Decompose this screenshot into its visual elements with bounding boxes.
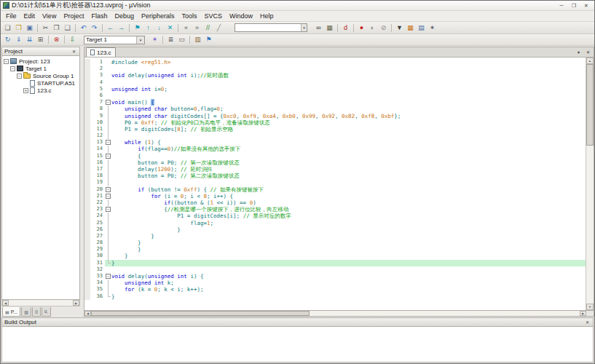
breakpoint-margin[interactable] (84, 280, 90, 286)
bookmark-prev-icon[interactable]: ↑ (143, 23, 154, 33)
editor-hscrollbar[interactable]: ◀ ▶ (84, 310, 594, 317)
breakpoint-margin[interactable] (84, 233, 90, 240)
find-combo-input[interactable] (235, 24, 301, 31)
code-text[interactable] (111, 132, 586, 139)
breakpoint-margin[interactable] (84, 86, 90, 92)
cut-icon[interactable]: ✂ (40, 23, 51, 33)
code-text[interactable] (111, 179, 586, 186)
code-text[interactable]: if (button != 0xff) { // 如果有按键被按下 (111, 186, 586, 193)
breakpoint-margin[interactable] (84, 213, 90, 219)
menu-item-tools[interactable]: Tools (178, 11, 200, 21)
panel-tab-1[interactable]: ▥ (21, 307, 31, 317)
indent-right-icon[interactable]: » (192, 23, 202, 33)
breakpoint-margin[interactable] (84, 220, 90, 226)
menu-item-peripherals[interactable]: Peripherals (138, 11, 178, 21)
fold-toggle-icon[interactable]: − (106, 194, 111, 199)
tree-expander-icon[interactable]: + (23, 88, 28, 93)
breakpoint-margin[interactable] (84, 186, 90, 193)
fold-toggle-icon[interactable]: − (106, 187, 111, 192)
manage-books-icon[interactable]: ▥ (192, 35, 203, 44)
new-file-icon[interactable]: ❏ (2, 23, 13, 33)
code-text[interactable] (111, 66, 586, 72)
breakpoint-margin[interactable] (84, 179, 90, 186)
code-text[interactable]: unsigned int i=0; (111, 86, 586, 92)
close-icon[interactable]: ✕ (71, 49, 77, 54)
watch-window-icon[interactable]: ▤ (416, 23, 427, 33)
tree-item[interactable]: −Source Group 1 (2, 72, 79, 79)
breakpoint-margin[interactable] (84, 139, 90, 146)
memory-window-icon[interactable]: ▦ (405, 23, 416, 33)
fold-toggle-icon[interactable]: − (106, 140, 111, 145)
debug-icon[interactable]: d (340, 23, 351, 33)
breakpoint-margin[interactable] (84, 66, 90, 72)
find-icon[interactable]: ∞ (313, 23, 324, 33)
code-text[interactable]: } (111, 233, 586, 240)
code-text[interactable]: #include <reg51.h> (111, 59, 586, 66)
chevron-down-icon[interactable]: ▾ (301, 24, 307, 31)
target-environment-icon[interactable]: ▭ (176, 35, 187, 44)
indent-left-icon[interactable]: « (181, 23, 192, 33)
vscroll-track[interactable] (586, 146, 594, 304)
code-text[interactable]: unsigned char button=0,flag=0; (111, 106, 586, 112)
breakpoint-margin[interactable] (84, 286, 90, 293)
breakpoint-margin[interactable] (84, 240, 90, 246)
translate-file-icon[interactable]: ↻ (2, 35, 13, 44)
vscroll-thumb[interactable] (586, 64, 594, 146)
options-target-icon[interactable]: ✶ (149, 35, 160, 44)
breakpoint-margin[interactable] (84, 113, 90, 119)
breakpoint-margin[interactable] (84, 153, 90, 159)
breakpoint-margin[interactable] (84, 226, 90, 233)
comment-icon[interactable]: // (202, 23, 213, 33)
code-text[interactable]: } (111, 240, 586, 246)
panel-tab-3[interactable]: 0, (42, 307, 51, 317)
code-lines[interactable]: 1#include <reg51.h>23void delay(unsigned… (84, 58, 586, 310)
breakpoint-margin[interactable] (84, 79, 90, 86)
scroll-down-icon[interactable]: ▼ (586, 304, 594, 310)
breakpoint-margin[interactable] (84, 126, 90, 132)
bookmark-clear-icon[interactable]: ✕ (165, 23, 176, 33)
code-text[interactable]: while (1) { (111, 139, 586, 146)
breakpoint-margin[interactable] (84, 92, 90, 99)
breakpoint-icon[interactable]: ● (356, 23, 367, 33)
target-select[interactable]: Target 1 ▾ (84, 36, 145, 44)
nav-forward-icon[interactable]: → (116, 23, 127, 33)
breakpoint-margin[interactable] (84, 106, 90, 112)
build-icon[interactable]: ⇓ (13, 35, 24, 44)
menu-item-file[interactable]: File (2, 11, 20, 21)
copy-icon[interactable]: ❐ (51, 23, 62, 33)
menu-item-view[interactable]: View (39, 11, 60, 21)
breakpoint-margin[interactable] (84, 166, 90, 173)
code-text[interactable] (111, 79, 586, 86)
code-text[interactable]: } (111, 246, 586, 253)
breakpoint-margin[interactable] (84, 246, 90, 253)
scroll-right-icon[interactable]: ▶ (73, 300, 79, 306)
breakpoint-margin[interactable] (84, 119, 90, 126)
code-text[interactable]: void delay(unsigned int i);//延时函数 (111, 72, 586, 79)
code-text[interactable]: {//检测是哪一个按键按下，进行位比较，向左移动 (111, 206, 586, 213)
tree-item[interactable]: −Target 1 (2, 65, 79, 72)
code-text[interactable]: } (111, 293, 586, 300)
fold-toggle-icon[interactable]: − (106, 100, 111, 105)
close-button[interactable]: ✕ (580, 1, 592, 9)
maximize-button[interactable]: ❐ (568, 1, 580, 9)
editor-vscrollbar[interactable]: ▲ ▼ (586, 58, 594, 310)
scroll-left-icon[interactable]: ◀ (84, 311, 91, 316)
breakpoint-margin[interactable] (84, 173, 90, 179)
breakpoint-margin[interactable] (84, 72, 90, 79)
project-panel-hscrollbar[interactable]: ◀ ▶ (1, 300, 80, 306)
code-text[interactable]: } (111, 226, 586, 233)
tab-close-icon[interactable]: ✕ (585, 49, 591, 55)
project-window-icon[interactable]: ⚑ (203, 35, 214, 44)
file-extensions-icon[interactable]: ≣ (165, 35, 176, 44)
chevron-down-icon[interactable]: ▾ (136, 36, 144, 44)
scroll-track[interactable] (9, 300, 73, 306)
code-text[interactable]: if((button & (1 << i)) == 0) (111, 199, 586, 206)
code-text[interactable]: } (111, 260, 586, 266)
open-folder-icon[interactable]: ❒ (13, 23, 24, 33)
menu-item-project[interactable]: Project (60, 11, 87, 21)
breakpoint-margin[interactable] (84, 199, 90, 206)
tab-list-dropdown-icon[interactable]: ▾ (575, 49, 582, 55)
scroll-right-icon[interactable]: ▶ (580, 311, 586, 316)
menu-item-edit[interactable]: Edit (20, 11, 39, 21)
code-text[interactable] (111, 266, 586, 273)
